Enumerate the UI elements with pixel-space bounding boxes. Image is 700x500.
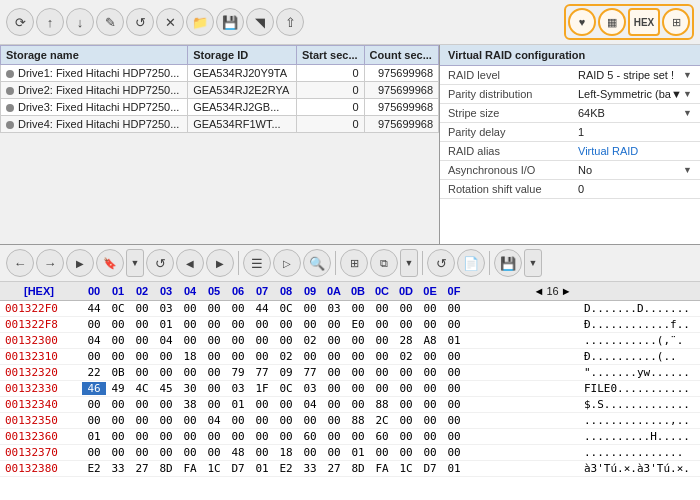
hex-byte[interactable]: 00 [298,350,322,363]
hex-byte[interactable]: 00 [298,318,322,331]
hex-byte[interactable]: 00 [298,302,322,315]
save-dropdown-btn[interactable]: ▼ [524,249,542,277]
hex-byte[interactable]: 00 [226,318,250,331]
search-btn[interactable]: 🔍 [303,249,331,277]
hex-byte[interactable]: 00 [250,446,274,459]
hex-row[interactable]: 00132380E233278DFA1CD701E233278DFA1CD701… [0,461,700,477]
hex-row[interactable]: 001322F0440C0003000000440C00030000000000… [0,301,700,317]
hex-byte[interactable]: 00 [394,318,418,331]
hex-byte[interactable]: 00 [202,430,226,443]
hex-byte[interactable]: 04 [154,334,178,347]
copy-dropdown-btn[interactable]: ▼ [400,249,418,277]
config-value[interactable]: Left-Symmetric (ba▼▼ [570,85,700,104]
config-dropdown-arrow[interactable]: ▼ [683,108,692,118]
config-value[interactable]: 64KB▼ [570,104,700,123]
hex-byte[interactable]: 45 [154,382,178,395]
hex-byte[interactable]: 00 [442,318,466,331]
nav-right2-btn[interactable]: ▷ [273,249,301,277]
hex-row[interactable]: 001322F80000000100000000000000E000000000… [0,317,700,333]
save2-btn[interactable]: 💾 [494,249,522,277]
hex-byte[interactable]: 00 [274,430,298,443]
hex-byte[interactable]: D7 [418,462,442,475]
hex-byte[interactable]: 00 [178,446,202,459]
hex-byte[interactable]: 00 [418,446,442,459]
hex-byte[interactable]: 33 [106,462,130,475]
layers-btn[interactable]: ◥ [246,8,274,36]
hex-byte[interactable]: 00 [106,446,130,459]
hex-byte[interactable]: 00 [202,334,226,347]
rotate-btn[interactable]: ⟳ [6,8,34,36]
hex-byte[interactable]: 00 [82,414,106,427]
hex-byte[interactable]: 00 [442,446,466,459]
hex-byte[interactable]: 00 [322,350,346,363]
hex-byte[interactable]: 46 [82,382,106,395]
hex-byte[interactable]: 00 [322,414,346,427]
hex-byte[interactable]: 00 [346,302,370,315]
hex-byte[interactable]: 18 [274,446,298,459]
hex-byte[interactable]: 00 [346,398,370,411]
hex-byte[interactable]: 01 [250,462,274,475]
hex-byte[interactable]: 77 [250,366,274,379]
hex-byte[interactable]: 00 [226,334,250,347]
refresh-btn[interactable]: ↺ [146,249,174,277]
hex-byte[interactable]: 00 [370,446,394,459]
hex-byte[interactable]: 00 [226,350,250,363]
hex-byte[interactable]: 0C [274,302,298,315]
hex-byte[interactable]: 00 [82,350,106,363]
table-btn[interactable]: ⊞ [340,249,368,277]
prev-page-btn[interactable]: ◄ [533,285,544,297]
hex-byte[interactable]: 00 [322,318,346,331]
hex-byte[interactable]: 00 [322,334,346,347]
hex-byte[interactable]: 02 [298,334,322,347]
hex-byte[interactable]: 04 [202,414,226,427]
hex-byte[interactable]: 00 [418,382,442,395]
hex-byte[interactable]: 00 [202,398,226,411]
hex-byte[interactable]: 00 [130,302,154,315]
hex-byte[interactable]: 01 [226,398,250,411]
hex-byte[interactable]: 00 [394,430,418,443]
hex-byte[interactable]: 00 [274,334,298,347]
storage-row[interactable]: Drive3: Fixed Hitachi HDP7250... GEA534R… [1,99,439,116]
hex-byte[interactable]: 00 [178,366,202,379]
hex-byte[interactable]: 27 [130,462,154,475]
hex-byte[interactable]: 4C [130,382,154,395]
hex-byte[interactable]: 00 [82,446,106,459]
hex-byte[interactable]: 03 [226,382,250,395]
hex-row[interactable]: 0013233046494C453000031F0C03000000000000… [0,381,700,397]
hex-byte[interactable]: 00 [394,382,418,395]
hex-row[interactable]: 001323500000000000040000000000882C000000… [0,413,700,429]
chart-btn[interactable]: ▦ [598,8,626,36]
hex-byte[interactable]: 88 [346,414,370,427]
hex-byte[interactable]: 00 [82,318,106,331]
hex-byte[interactable]: 00 [154,414,178,427]
hex-byte[interactable]: 00 [418,430,442,443]
config-value[interactable]: Virtual RAID [570,142,700,161]
storage-row[interactable]: Drive2: Fixed Hitachi HDP7250... GEA534R… [1,82,439,99]
hex-byte[interactable]: 00 [106,414,130,427]
hex-byte[interactable]: 00 [154,350,178,363]
hex-byte[interactable]: 00 [202,382,226,395]
play-btn[interactable]: ▶ [66,249,94,277]
page-btn[interactable]: 📄 [457,249,485,277]
hex-byte[interactable]: 00 [322,382,346,395]
hex-byte[interactable]: 00 [442,382,466,395]
hex-byte[interactable]: 00 [442,398,466,411]
nav-right-btn[interactable]: ▶ [206,249,234,277]
hex-row[interactable]: 0013237000000000000048001800000100000000… [0,445,700,461]
hex-byte[interactable]: 38 [178,398,202,411]
hex-byte[interactable]: 02 [394,350,418,363]
hex-byte[interactable]: E2 [82,462,106,475]
waveform-btn[interactable]: ♥ [568,8,596,36]
export-btn[interactable]: ⇧ [276,8,304,36]
hex-byte[interactable]: 00 [322,398,346,411]
hex-byte[interactable]: 00 [106,398,130,411]
hex-byte[interactable]: 00 [370,382,394,395]
hex-byte[interactable]: 03 [322,302,346,315]
hex-byte[interactable]: 00 [346,366,370,379]
hex-byte[interactable]: 00 [394,302,418,315]
hex-byte[interactable]: 04 [82,334,106,347]
config-value[interactable]: No▼ [570,161,700,180]
grid-btn[interactable]: ⊞ [662,8,690,36]
hex-byte[interactable]: 00 [202,350,226,363]
hex-row[interactable]: 001323000400000400000000000200000028A801… [0,333,700,349]
